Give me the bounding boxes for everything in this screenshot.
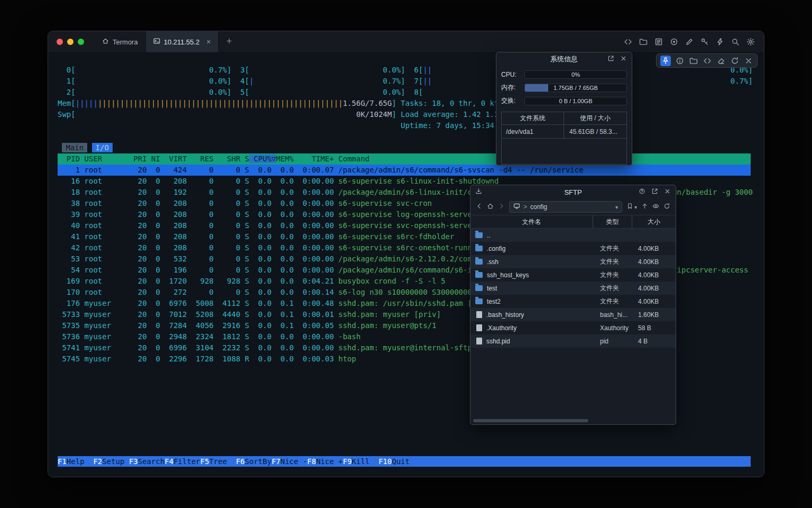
log-icon[interactable] xyxy=(654,37,663,47)
tab-host[interactable]: 10.211.55.2 × xyxy=(145,31,219,52)
edit-icon[interactable] xyxy=(685,37,694,47)
bolt-icon[interactable] xyxy=(715,37,725,47)
file-size: 4 B xyxy=(632,338,676,345)
open-in-window-icon[interactable] xyxy=(607,55,614,64)
sort-column-header[interactable]: CPU%▽ xyxy=(249,155,276,163)
close-icon[interactable] xyxy=(744,56,753,66)
process-row[interactable]: 1 root 20 0 424 0 0 S 0.0 0.0 0:00.07 /p… xyxy=(58,165,751,176)
folder-icon[interactable] xyxy=(639,37,648,47)
horizontal-scrollbar[interactable] xyxy=(473,419,588,422)
close-window-button[interactable] xyxy=(57,39,63,45)
zoom-window-button[interactable] xyxy=(78,39,84,45)
code-icon[interactable] xyxy=(703,56,712,66)
folder-icon xyxy=(475,259,483,265)
code-icon[interactable] xyxy=(623,37,633,47)
file-name: .ssh xyxy=(487,258,499,266)
file-name: .. xyxy=(487,232,491,239)
swap-value: 0 B / 1.00GB xyxy=(525,97,626,105)
record-icon[interactable] xyxy=(669,37,679,47)
file-type: 文件夹 xyxy=(593,270,632,279)
sftp-file-row[interactable]: sshd.pidpid4 B xyxy=(470,334,676,348)
file-type: 文件夹 xyxy=(593,297,632,306)
folder-icon[interactable] xyxy=(689,56,698,66)
sftp-file-row[interactable]: .ssh文件夹4.00KB xyxy=(470,255,676,268)
traffic-lights xyxy=(48,31,95,52)
close-icon[interactable] xyxy=(664,188,671,196)
sftp-file-row[interactable]: test文件夹4.00KB xyxy=(470,282,676,295)
tab-label: 10.211.55.2 xyxy=(164,38,200,46)
fn-nice-[interactable]: F8Nice + xyxy=(307,456,343,467)
column-header-size[interactable]: 大小 xyxy=(632,215,676,228)
file-type: 文件夹 xyxy=(593,257,632,266)
open-in-window-icon[interactable] xyxy=(651,188,658,196)
parent-directory-icon[interactable] xyxy=(641,203,648,211)
fn-nice-[interactable]: F7Nice - xyxy=(272,456,307,467)
tab-bar: Termora 10.211.55.2 × xyxy=(48,31,764,53)
cpu-value: 0% xyxy=(525,71,626,78)
fn-bar-filler xyxy=(419,456,751,467)
home-icon[interactable] xyxy=(487,203,494,211)
home-icon xyxy=(102,38,109,46)
sftp-file-row[interactable]: .config文件夹4.00KB xyxy=(470,242,676,255)
folder-icon xyxy=(475,298,483,304)
panel-title-bar: SFTP xyxy=(470,185,676,199)
htop-meter-line: Swp[ 0K/1024M] Load average: 1.42 1.38 1… xyxy=(58,109,751,120)
chevron-down-icon[interactable]: ▾ xyxy=(615,204,618,210)
fn-search[interactable]: F3Search xyxy=(129,456,164,467)
sftp-file-row[interactable]: .. xyxy=(470,229,676,242)
fn-setup[interactable]: F2Setup xyxy=(93,456,128,467)
memory-label: 内存: xyxy=(501,83,524,92)
sftp-file-row[interactable]: test2文件夹4.00KB xyxy=(470,295,676,308)
refresh-icon[interactable] xyxy=(730,56,740,66)
close-icon[interactable] xyxy=(620,55,627,64)
sftp-file-row[interactable]: .XauthorityXauthority58 B xyxy=(470,321,676,334)
filesystem-table: 文件系统 使用 / 大小 /dev/vda1 45.61GB / 58.3... xyxy=(501,112,627,165)
file-name: .config xyxy=(487,245,505,252)
info-icon[interactable] xyxy=(675,56,685,66)
column-header-name[interactable]: 文件名 xyxy=(470,215,593,228)
fn-kill[interactable]: F9Kill xyxy=(343,456,379,467)
panel-title: SFTP xyxy=(564,188,582,196)
main-toolbar xyxy=(623,31,764,52)
fn-quit[interactable]: F10Quit xyxy=(379,456,419,467)
minimize-window-button[interactable] xyxy=(67,39,73,45)
fn-sortby[interactable]: F6SortBy xyxy=(236,456,271,467)
terminal-icon xyxy=(153,38,160,46)
tab-termora[interactable]: Termora xyxy=(95,31,145,52)
path-breadcrumb[interactable]: > config ▾ xyxy=(509,201,622,213)
htop-meter-line: 1[ 0.0%] 4[| 0.7%] 7[|| 0.0%] 10[ 0.7%] xyxy=(58,76,751,87)
htop-meter-line: Uptime: 7 days, 15:34:56 xyxy=(58,120,751,131)
search-icon[interactable] xyxy=(731,37,740,47)
process-table-header[interactable]: PID USER PRI NI VIRT RES SHR S CPU%▽MEM%… xyxy=(58,153,751,165)
sftp-file-row[interactable]: .bash_historybash_hi...1.60KB xyxy=(470,308,676,321)
refresh-icon[interactable] xyxy=(663,203,670,211)
folder-icon xyxy=(475,232,483,238)
file-icon xyxy=(476,338,482,344)
memory-usage-row: 内存: 1.75GB / 7.65GB xyxy=(496,83,632,92)
column-header-type[interactable]: 类型 xyxy=(593,215,632,228)
pin-icon[interactable] xyxy=(660,56,671,66)
fn-filter[interactable]: F4Filter xyxy=(164,456,200,467)
sftp-file-row[interactable]: ssh_host_keys文件夹4.00KB xyxy=(470,268,676,282)
settings-icon[interactable] xyxy=(746,37,755,47)
close-tab-icon[interactable]: × xyxy=(206,38,210,46)
back-icon[interactable] xyxy=(476,203,483,211)
htop-tab-io[interactable]: I/O xyxy=(92,143,113,152)
bookmark-control[interactable]: ▾ xyxy=(626,203,637,211)
transfers-icon[interactable] xyxy=(475,188,482,196)
fn-help[interactable]: F1Help xyxy=(58,456,93,467)
file-size: 4.00KB xyxy=(632,298,676,305)
fn-tree[interactable]: F5Tree xyxy=(200,456,236,467)
key-icon[interactable] xyxy=(700,37,709,47)
file-name: test2 xyxy=(487,298,501,305)
htop-tab-main[interactable]: Main xyxy=(62,143,87,152)
show-hidden-files-icon[interactable] xyxy=(652,203,659,211)
new-tab-button[interactable] xyxy=(219,31,239,52)
eraser-icon[interactable] xyxy=(716,56,726,66)
help-icon[interactable] xyxy=(639,188,645,196)
file-type: 文件夹 xyxy=(593,284,632,293)
cpu-usage-row: CPU: 0% xyxy=(496,70,632,79)
panel-title-bar: 系统信息 xyxy=(496,52,632,66)
forward-icon[interactable] xyxy=(498,203,505,211)
filesystem-row[interactable]: /dev/vda1 45.61GB / 58.3... xyxy=(502,125,626,139)
